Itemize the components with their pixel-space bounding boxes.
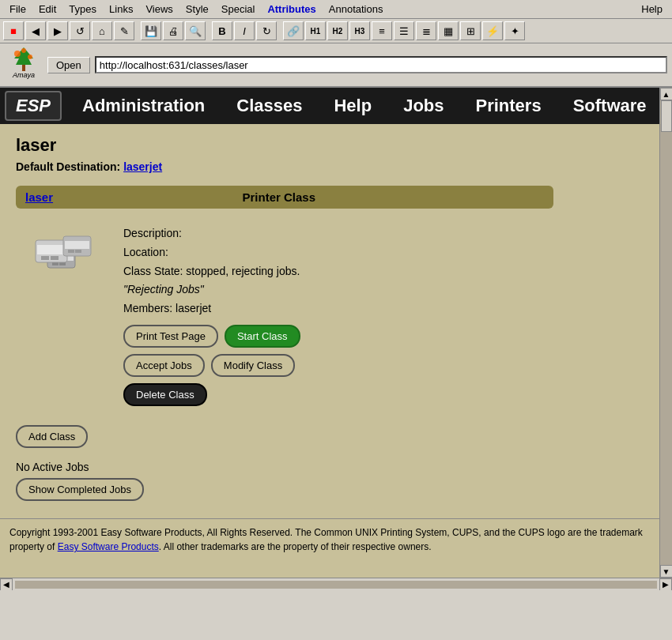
footer-link[interactable]: Easy Software Products <box>58 541 159 552</box>
forward-button[interactable]: ▶ <box>47 21 68 40</box>
amaya-logo: Amaya <box>5 46 43 84</box>
toolbar: ⏹ ◀ ▶ ↺ ⌂ ✎ 💾 🖨 🔍 B I ↻ 🔗 H1 H2 H3 ≡ ☰ ≣… <box>0 19 672 43</box>
svg-rect-16 <box>75 250 81 253</box>
addressbar: Amaya Open <box>0 43 672 88</box>
italic-button[interactable]: I <box>234 21 255 40</box>
h2-button[interactable]: H2 <box>327 21 348 40</box>
list1-button[interactable]: ≡ <box>372 21 392 40</box>
amaya-brand: Amaya <box>13 71 35 79</box>
menu-types[interactable]: Types <box>62 2 103 17</box>
svg-rect-7 <box>52 262 59 265</box>
description-line: Description: <box>123 224 644 243</box>
state-line: Class State: stopped, rejecting jobs. <box>123 262 644 281</box>
nav-administration[interactable]: Administration <box>66 88 221 124</box>
scroll-track[interactable] <box>660 100 673 565</box>
button-row-3: Delete Class <box>123 383 644 406</box>
menu-attributes[interactable]: Attributes <box>261 2 322 17</box>
scroll-up-arrow[interactable]: ▲ <box>660 88 673 100</box>
class-label: Printer Class <box>242 190 315 204</box>
menu-style[interactable]: Style <box>179 2 215 17</box>
footer: Copyright 1993-2001 Easy Software Produc… <box>0 518 659 560</box>
page-area: ESP Administration Classes Help Jobs Pri… <box>0 88 659 578</box>
delete-class-button[interactable]: Delete Class <box>123 383 207 406</box>
table-button[interactable]: ▦ <box>438 21 459 40</box>
scroll-left-arrow[interactable]: ◀ <box>0 578 13 591</box>
location-line: Location: <box>123 243 644 262</box>
stop-button[interactable]: ⏹ <box>3 21 24 40</box>
svg-point-2 <box>14 51 21 57</box>
button-row-1: Print Test Page Start Class <box>123 325 644 348</box>
list3-button[interactable]: ≣ <box>416 21 436 40</box>
vertical-scrollbar[interactable]: ▲ ▼ <box>659 88 672 578</box>
menu-help[interactable]: Help <box>635 2 669 17</box>
nav-jobs[interactable]: Jobs <box>387 88 459 124</box>
scroll-right-arrow[interactable]: ▶ <box>659 578 672 591</box>
menu-file[interactable]: File <box>3 2 32 17</box>
link-button[interactable]: 🔗 <box>283 21 304 40</box>
svg-rect-10 <box>37 245 66 254</box>
horizontal-scrollbar[interactable]: ◀ ▶ <box>0 578 672 590</box>
home-button[interactable]: ⌂ <box>92 21 112 40</box>
printer-details: Description: Location: Class State: stop… <box>123 224 644 412</box>
menu-annotations[interactable]: Annotations <box>323 2 390 17</box>
browser-content: ESP Administration Classes Help Jobs Pri… <box>0 88 672 578</box>
printer-cluster-icon <box>24 224 103 288</box>
nav-help[interactable]: Help <box>318 88 387 124</box>
svg-rect-14 <box>65 241 89 249</box>
find-button[interactable]: 🔍 <box>185 21 206 40</box>
h3-button[interactable]: H3 <box>349 21 370 40</box>
nav-printers[interactable]: Printers <box>460 88 557 124</box>
add-class-button[interactable]: Add Class <box>16 425 88 448</box>
h1-button[interactable]: H1 <box>305 21 326 40</box>
class-table: laser Printer Class <box>16 186 553 209</box>
footer-text-after: . All other trademarks are the property … <box>159 541 432 552</box>
special1-button[interactable]: ⚡ <box>482 21 503 40</box>
list2-button[interactable]: ☰ <box>394 21 414 40</box>
svg-rect-11 <box>41 256 49 260</box>
menu-special[interactable]: Special <box>215 2 262 17</box>
default-dest-label: Default Destination: <box>16 160 120 173</box>
show-completed-button[interactable]: Show Completed Jobs <box>16 478 144 501</box>
scroll-thumb[interactable] <box>661 100 672 132</box>
svg-point-3 <box>28 55 32 59</box>
special2-button[interactable]: ✦ <box>504 21 525 40</box>
save-button[interactable]: 💾 <box>141 21 161 40</box>
nav-classes[interactable]: Classes <box>221 88 318 124</box>
scroll-down-arrow[interactable]: ▼ <box>660 565 673 578</box>
button-row-2: Accept Jobs Modify Class <box>123 354 644 377</box>
grid-button[interactable]: ⊞ <box>460 21 481 40</box>
back-button[interactable]: ◀ <box>25 21 46 40</box>
menu-links[interactable]: Links <box>103 2 139 17</box>
state-italic: "Rejecting Jobs" <box>123 280 644 299</box>
open-button[interactable]: Open <box>47 57 90 73</box>
print-button[interactable]: 🖨 <box>163 21 183 40</box>
svg-rect-12 <box>51 256 59 260</box>
default-destination: Default Destination: laserjet <box>16 160 644 173</box>
refresh-button[interactable]: ↻ <box>256 21 277 40</box>
page-title: laser <box>16 135 644 156</box>
default-dest-link[interactable]: laserjet <box>123 160 162 173</box>
start-class-button[interactable]: Start Class <box>225 325 300 348</box>
class-name-link[interactable]: laser <box>25 190 128 204</box>
edit-button[interactable]: ✎ <box>114 21 134 40</box>
svg-rect-0 <box>22 65 25 71</box>
members-line: Members: laserjet <box>123 299 644 318</box>
reload-button[interactable]: ↺ <box>70 21 90 40</box>
menu-views[interactable]: Views <box>139 2 179 17</box>
menu-edit[interactable]: Edit <box>32 2 62 17</box>
page-content: laser Default Destination: laserjet lase… <box>0 124 659 518</box>
modify-class-button[interactable]: Modify Class <box>211 354 295 377</box>
printer-info: Description: Location: Class State: stop… <box>16 224 644 412</box>
nav-software[interactable]: Software <box>557 88 659 124</box>
svg-rect-8 <box>59 262 66 265</box>
no-active-jobs: No Active Jobs <box>16 461 644 473</box>
bold-button[interactable]: B <box>212 21 232 40</box>
svg-rect-15 <box>68 250 74 253</box>
svg-point-4 <box>21 48 26 53</box>
nav-bar: ESP Administration Classes Help Jobs Pri… <box>0 88 659 124</box>
url-input[interactable] <box>95 56 667 73</box>
print-test-button[interactable]: Print Test Page <box>123 325 218 348</box>
esp-logo: ESP <box>5 91 62 121</box>
printer-icon-area <box>16 224 111 288</box>
accept-jobs-button[interactable]: Accept Jobs <box>123 354 205 377</box>
